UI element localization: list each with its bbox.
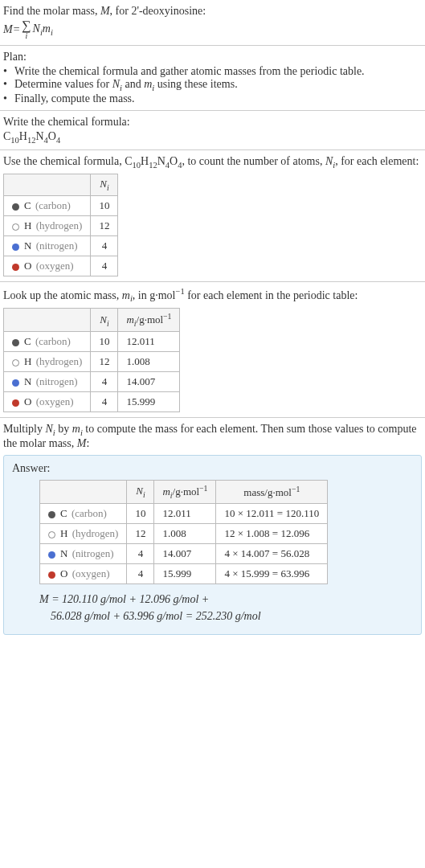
title-line: Find the molar mass, M, for 2'-deoxyinos… — [3, 5, 422, 18]
cell-N: 4 — [91, 372, 118, 392]
plan-item-2-text: Determine values for Ni and mi using the… — [14, 78, 238, 92]
element-symbol: C — [24, 335, 31, 347]
th-Ni: Ni — [127, 481, 154, 504]
sigma-index: i — [25, 32, 27, 40]
count-table: Ni C (carbon) 10 H (hydrogen) 12 N (nitr… — [3, 174, 118, 276]
cell-mass: 4 × 14.007 = 56.028 — [216, 544, 328, 564]
element-symbol: H — [24, 219, 31, 231]
cell-N: 12 — [127, 524, 154, 544]
section-count: Use the chemical formula, C10H12N4O4, to… — [0, 150, 425, 282]
cell-m: 15.999 — [154, 564, 216, 584]
element-cell: O (oxygen) — [4, 392, 91, 412]
table-row: H (hydrogen) 12 1.008 12 × 1.008 = 12.09… — [40, 524, 328, 544]
element-dot-icon — [48, 551, 55, 559]
chem-Cn: 10 — [10, 136, 19, 145]
formula-eq: = — [13, 23, 20, 36]
formula-M: M — [3, 23, 13, 36]
mult-m: m — [72, 423, 80, 435]
cell-N: 4 — [91, 235, 118, 256]
element-cell: H (hydrogen) — [4, 215, 91, 235]
element-cell: H (hydrogen) — [4, 352, 91, 372]
element-name: (carbon) — [72, 507, 107, 519]
plan-item-1: • Write the chemical formula and gather … — [3, 65, 422, 78]
cell-mass: 10 × 12.011 = 120.110 — [216, 504, 328, 524]
chem-O: O — [48, 130, 56, 142]
chem-Hn: 12 — [27, 136, 36, 145]
element-symbol: N — [24, 240, 31, 252]
cell-m: 1.008 — [154, 524, 216, 544]
answer-box: Answer: Ni mi/g·mol−1 mass/g·mol−1 C (ca… — [3, 455, 422, 635]
element-dot-icon — [12, 399, 19, 407]
th-empty — [4, 174, 91, 196]
element-name: (hydrogen) — [72, 527, 119, 539]
element-dot-icon — [48, 511, 55, 518]
answer-table: Ni mi/g·mol−1 mass/g·mol−1 C (carbon) 10… — [39, 480, 328, 584]
cell-N: 12 — [91, 352, 118, 372]
plan2-m: m — [144, 78, 152, 90]
element-symbol: N — [24, 375, 31, 387]
plan-item-2: • Determine values for Ni and mi using t… — [3, 78, 422, 92]
element-name: (hydrogen) — [36, 355, 83, 367]
element-symbol: H — [24, 355, 31, 367]
plan2-N: N — [112, 78, 120, 90]
cell-m: 12.011 — [154, 504, 216, 524]
element-name: (carbon) — [35, 335, 71, 347]
table-header-row: Ni mi/g·mol−1 — [4, 309, 180, 332]
lookup-neg1: −1 — [175, 287, 184, 296]
count-tail: , for each element: — [335, 155, 419, 167]
cell-m: 14.007 — [118, 372, 180, 392]
element-cell: N (nitrogen) — [4, 372, 91, 392]
element-cell: N (nitrogen) — [4, 235, 91, 256]
element-dot-icon — [12, 339, 19, 346]
mult-b: by — [55, 423, 72, 435]
cell-m: 12.011 — [118, 332, 180, 352]
element-name: (oxygen) — [36, 260, 74, 272]
mult-d: : — [86, 437, 89, 449]
table-header-row: Ni — [4, 174, 118, 196]
cell-m: 14.007 — [154, 544, 216, 564]
table-row: C (carbon) 10 12.011 10 × 12.011 = 120.1… — [40, 504, 328, 524]
element-cell: C (carbon) — [4, 195, 91, 215]
chem-formula-value: C10H12N4O4 — [3, 130, 422, 145]
element-symbol: H — [60, 527, 67, 539]
count-N: N — [325, 155, 333, 167]
element-dot-icon — [48, 531, 55, 538]
cell-N: 10 — [91, 195, 118, 215]
chem-N: N — [35, 130, 43, 142]
cell-N: 10 — [127, 504, 154, 524]
element-name: (hydrogen) — [36, 219, 83, 231]
table-row: C (carbon) 10 12.011 — [4, 332, 180, 352]
plan2-c: using these items. — [154, 78, 237, 90]
cell-mass: 12 × 1.008 = 12.096 — [216, 524, 328, 544]
formula-m: m — [43, 23, 51, 35]
table-row: O (oxygen) 4 15.999 — [4, 392, 180, 412]
cell-N: 12 — [91, 215, 118, 235]
element-symbol: C — [60, 507, 67, 519]
bullet-icon: • — [3, 78, 14, 91]
table-row: N (nitrogen) 4 14.007 — [4, 372, 180, 392]
element-cell: C (carbon) — [40, 504, 127, 524]
lookup-mid: , in g·mol — [133, 289, 176, 301]
table-row: N (nitrogen) 4 14.007 4 × 14.007 = 56.02… — [40, 544, 328, 564]
element-name: (oxygen) — [36, 395, 74, 407]
sigma-symbol: ∑ — [22, 19, 31, 32]
element-symbol: O — [60, 567, 67, 579]
element-name: (nitrogen) — [36, 240, 78, 252]
element-name: (nitrogen) — [72, 547, 114, 559]
table-row: O (oxygen) 4 — [4, 256, 118, 276]
element-name: (nitrogen) — [36, 375, 78, 387]
element-cell: N (nitrogen) — [40, 544, 127, 564]
mult-N: N — [46, 423, 53, 435]
count-pre: Use the chemical formula, — [3, 155, 125, 167]
lookup-table: Ni mi/g·mol−1 C (carbon) 10 12.011 H (hy… — [3, 308, 180, 412]
mult-a: Multiply — [3, 423, 46, 435]
title-text-b: , for 2'-deoxyinosine: — [110, 5, 206, 17]
table-row: O (oxygen) 4 15.999 4 × 15.999 = 63.996 — [40, 564, 328, 584]
bullet-icon: • — [3, 92, 14, 105]
section-plan: Plan: • Write the chemical formula and g… — [0, 46, 425, 111]
plan-item-1-text: Write the chemical formula and gather at… — [14, 65, 365, 78]
mult-M: M — [77, 437, 87, 449]
element-dot-icon — [12, 264, 19, 271]
count-formula: C10H12N4O4 — [125, 155, 182, 167]
cell-N: 4 — [91, 392, 118, 412]
